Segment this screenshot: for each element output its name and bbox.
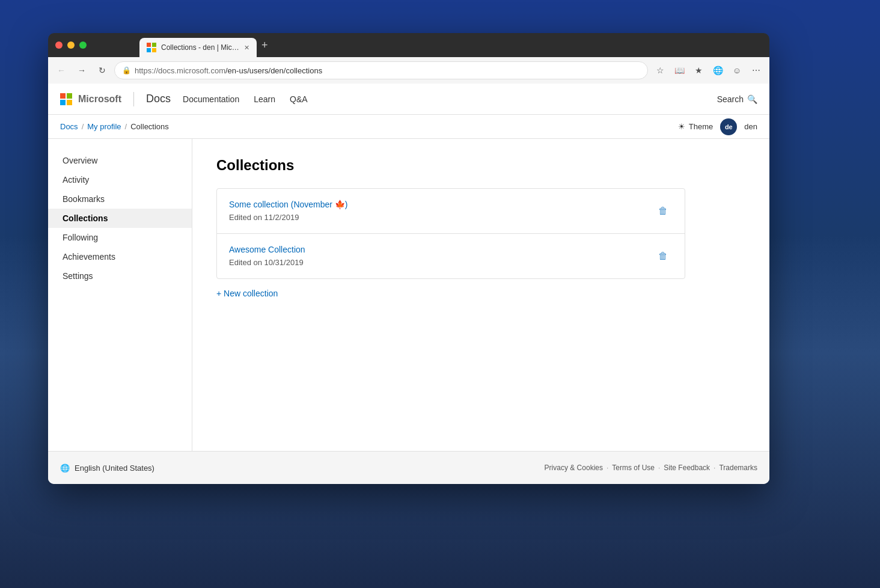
footer-sep-3: · [713, 464, 715, 472]
globe-icon: 🌐 [60, 464, 70, 473]
url-path: /en-us/users/den/collections [225, 66, 322, 75]
sidebar-item-overview[interactable]: Overview [48, 151, 192, 170]
profile-icon[interactable]: 🌐 [709, 62, 726, 79]
breadcrumb-bar: Docs / My profile / Collections ☀ Theme … [48, 115, 769, 139]
collection-date-1: Edited on 11/2/2019 [229, 213, 299, 222]
microsoft-label: Microsoft [78, 94, 121, 105]
footer-privacy-link[interactable]: Privacy & Cookies [545, 464, 603, 472]
collection-info-1: Some collection (November 🍁) Edited on 1… [229, 200, 348, 222]
toolbar-icons: ☆ 📖 ★ 🌐 ☺ ⋯ [652, 62, 765, 79]
theme-icon: ☀ [678, 122, 685, 131]
url-text: https://docs.microsoft.com/en-us/users/d… [135, 66, 640, 75]
tab-favicon [147, 43, 156, 52]
breadcrumb-my-profile[interactable]: My profile [87, 122, 121, 131]
microsoft-logo: Microsoft [60, 93, 121, 105]
browser-window: Collections - den | Microsoft Do ✕ + ← →… [48, 33, 769, 484]
svg-rect-0 [147, 43, 151, 47]
collection-item-1: Some collection (November 🍁) Edited on 1… [217, 189, 685, 234]
main-layout: Overview Activity Bookmarks Collections … [48, 139, 769, 451]
footer-feedback-link[interactable]: Site Feedback [664, 464, 710, 472]
collection-date-2: Edited on 10/31/2019 [229, 258, 304, 267]
lock-icon: 🔒 [122, 66, 131, 75]
nav-learn[interactable]: Learn [254, 94, 275, 104]
footer-trademarks-link[interactable]: Trademarks [719, 464, 757, 472]
maximize-button[interactable] [79, 41, 87, 49]
svg-rect-2 [147, 48, 151, 52]
content-area: Collections Some collection (November 🍁)… [192, 139, 769, 451]
back-button[interactable]: ← [53, 62, 70, 79]
delete-collection-1-button[interactable]: 🗑 [653, 203, 673, 219]
collection-name-2[interactable]: Awesome Collection [229, 245, 305, 254]
breadcrumb-current: Collections [130, 122, 169, 131]
sidebar-item-activity[interactable]: Activity [48, 170, 192, 189]
minimize-button[interactable] [67, 41, 75, 49]
page-title: Collections [216, 157, 745, 174]
nav-qa[interactable]: Q&A [290, 94, 308, 104]
tab-bar: Collections - den | Microsoft Do ✕ + [103, 33, 762, 57]
address-bar: ← → ↻ 🔒 https://docs.microsoft.com/en-us… [48, 57, 769, 84]
theme-label: Theme [689, 122, 713, 131]
avatar[interactable]: de [720, 118, 737, 135]
breadcrumb-sep-1: / [82, 122, 84, 131]
title-bar: Collections - den | Microsoft Do ✕ + [48, 33, 769, 57]
svg-rect-3 [152, 48, 156, 52]
more-icon[interactable]: ⋯ [748, 62, 765, 79]
logo-divider [133, 92, 134, 106]
site-nav: Documentation Learn Q&A [183, 94, 308, 104]
refresh-button[interactable]: ↻ [94, 62, 111, 79]
breadcrumb-docs[interactable]: Docs [60, 122, 78, 131]
tab-close-icon[interactable]: ✕ [244, 44, 249, 52]
docs-label[interactable]: Docs [146, 93, 171, 105]
sidebar-item-following[interactable]: Following [48, 228, 192, 247]
collection-info-2: Awesome Collection Edited on 10/31/2019 [229, 245, 305, 268]
tab-title: Collections - den | Microsoft Do [161, 43, 239, 52]
footer-sep-1: · [607, 464, 608, 472]
sidebar-item-collections[interactable]: Collections [48, 209, 192, 228]
site-header: Microsoft Docs Documentation Learn Q&A S… [48, 84, 769, 115]
header-right-meta: ☀ Theme de den [678, 118, 757, 135]
user-name: den [744, 122, 757, 131]
footer-sep-2: · [658, 464, 660, 472]
active-tab[interactable]: Collections - den | Microsoft Do ✕ [139, 38, 257, 57]
search-icon: 🔍 [747, 94, 757, 104]
breadcrumb-sep-2: / [125, 122, 127, 131]
page-content: Microsoft Docs Documentation Learn Q&A S… [48, 84, 769, 484]
forward-button[interactable]: → [73, 62, 90, 79]
svg-rect-1 [152, 43, 156, 47]
ms-squares-icon [60, 93, 72, 105]
collection-name-1[interactable]: Some collection (November 🍁) [229, 200, 348, 209]
footer-links: Privacy & Cookies · Terms of Use · Site … [545, 464, 757, 472]
theme-button[interactable]: ☀ Theme [678, 122, 713, 131]
sidebar-item-settings[interactable]: Settings [48, 266, 192, 286]
collection-item-2: Awesome Collection Edited on 10/31/2019 … [217, 234, 685, 278]
header-right: Search 🔍 [717, 94, 757, 104]
new-tab-button[interactable]: + [257, 39, 273, 52]
search-button[interactable]: Search 🔍 [717, 94, 757, 104]
footer-locale: 🌐 English (United States) [60, 464, 154, 473]
sidebar-item-bookmarks[interactable]: Bookmarks [48, 189, 192, 209]
new-collection-button[interactable]: + New collection [216, 279, 745, 308]
reader-icon[interactable]: 📖 [671, 62, 688, 79]
sidebar-item-achievements[interactable]: Achievements [48, 247, 192, 266]
nav-documentation[interactable]: Documentation [183, 94, 239, 104]
search-label: Search [717, 94, 744, 104]
locale-text[interactable]: English (United States) [75, 464, 154, 473]
collections-card: Some collection (November 🍁) Edited on 1… [216, 188, 685, 279]
collections-icon[interactable]: ★ [690, 62, 707, 79]
url-domain: https://docs.microsoft.com [135, 66, 225, 75]
close-button[interactable] [55, 41, 63, 49]
star-icon[interactable]: ☆ [652, 62, 668, 79]
emoji-icon[interactable]: ☺ [729, 62, 745, 79]
delete-collection-2-button[interactable]: 🗑 [653, 248, 673, 264]
footer-terms-link[interactable]: Terms of Use [612, 464, 655, 472]
url-box[interactable]: 🔒 https://docs.microsoft.com/en-us/users… [114, 61, 648, 79]
site-footer: 🌐 English (United States) Privacy & Cook… [48, 451, 769, 484]
sidebar: Overview Activity Bookmarks Collections … [48, 139, 192, 451]
browser-chrome: Collections - den | Microsoft Do ✕ + ← →… [48, 33, 769, 84]
